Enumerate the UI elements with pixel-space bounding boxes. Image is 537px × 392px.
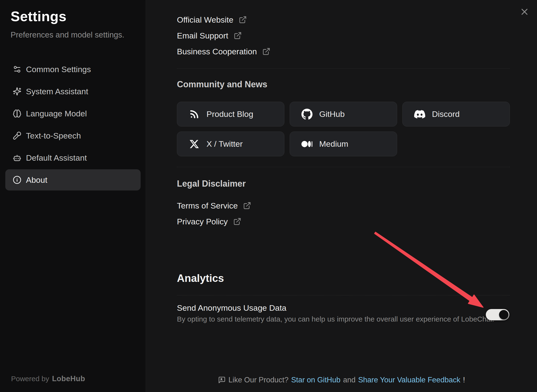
close-button[interactable] xyxy=(519,6,530,18)
link-label: Official Website xyxy=(177,15,233,25)
usage-data-toggle[interactable] xyxy=(486,309,509,320)
star-on-github-link[interactable]: Star on GitHub xyxy=(291,376,340,384)
privacy-policy-link[interactable]: Privacy Policy xyxy=(177,217,241,226)
toggle-knob xyxy=(499,310,508,319)
usage-data-description: By opting to send telemetry data, you ca… xyxy=(177,315,494,324)
external-link-icon xyxy=(262,47,270,56)
powered-by-text: Powered by xyxy=(11,375,49,383)
share-feedback-link[interactable]: Share Your Valuable Feedback xyxy=(358,376,460,384)
email-support-link[interactable]: Email Support xyxy=(177,31,242,40)
section-divider xyxy=(177,167,510,167)
external-link-icon xyxy=(243,202,251,210)
link-label: Email Support xyxy=(177,31,228,40)
sparkles-icon xyxy=(12,87,22,96)
about-panel: Contact Us Official Website Email Suppor… xyxy=(146,0,537,392)
button-label: GitHub xyxy=(319,109,345,119)
page-subtitle: Preferences and model settings. xyxy=(11,30,124,39)
footer-suffix: ! xyxy=(463,376,465,384)
section-divider xyxy=(177,295,510,295)
sidebar-item-label: Common Settings xyxy=(26,65,91,74)
link-label: Business Cooperation xyxy=(177,47,257,56)
x-twitter-icon xyxy=(189,139,200,150)
powered-by: Powered by LobeHub xyxy=(11,374,85,383)
sidebar-item-text-to-speech[interactable]: Text-to-Speech xyxy=(5,125,141,146)
external-link-icon xyxy=(239,16,247,24)
discord-icon xyxy=(414,109,425,120)
medium-button[interactable]: Medium xyxy=(290,132,397,156)
button-label: Product Blog xyxy=(206,109,253,119)
button-label: Discord xyxy=(432,109,460,119)
sidebar-item-about[interactable]: About xyxy=(5,169,141,190)
github-icon xyxy=(301,109,312,120)
button-label: X / Twitter xyxy=(206,139,243,149)
brand-logo: LobeHub xyxy=(52,374,85,383)
discord-button[interactable]: Discord xyxy=(402,102,510,126)
feedback-bubble-icon xyxy=(218,376,226,384)
footer-prefix: Like Our Product? xyxy=(228,376,288,384)
official-website-link[interactable]: Official Website xyxy=(177,15,247,25)
product-blog-button[interactable]: Product Blog xyxy=(177,102,284,126)
external-link-icon xyxy=(233,217,241,226)
community-heading: Community and News xyxy=(177,79,267,89)
sidebar-item-language-model[interactable]: Language Model xyxy=(5,103,141,124)
brain-icon xyxy=(12,109,22,118)
link-label: Privacy Policy xyxy=(177,217,228,226)
info-icon xyxy=(12,175,22,184)
link-label: Terms of Service xyxy=(177,201,238,210)
settings-modal: Settings Preferences and model settings.… xyxy=(0,0,537,392)
external-link-icon xyxy=(234,32,242,40)
sliders-icon xyxy=(12,65,22,74)
legal-heading: Legal Disclaimer xyxy=(177,179,246,189)
page-title: Settings xyxy=(11,8,67,24)
terms-of-service-link[interactable]: Terms of Service xyxy=(177,201,251,210)
contact-us-heading: Contact Us xyxy=(177,0,225,2)
usage-data-label: Send Anonymous Usage Data xyxy=(177,303,287,313)
footer-conjunction: and xyxy=(343,376,356,384)
mic-icon xyxy=(12,131,22,140)
section-divider xyxy=(177,68,510,69)
bot-icon xyxy=(12,153,22,162)
button-label: Medium xyxy=(319,139,348,149)
analytics-heading: Analytics xyxy=(177,272,224,284)
sidebar-item-label: System Assistant xyxy=(26,87,88,96)
sidebar-item-default-assistant[interactable]: Default Assistant xyxy=(5,147,141,168)
github-button[interactable]: GitHub xyxy=(290,102,397,126)
business-cooperation-link[interactable]: Business Cooperation xyxy=(177,47,270,56)
medium-icon xyxy=(301,139,312,150)
feedback-footer: Like Our Product? Star on GitHub and Sha… xyxy=(146,375,537,385)
sidebar-nav: Common Settings System Assistant Languag… xyxy=(0,59,146,191)
close-icon xyxy=(520,7,529,16)
sidebar-item-label: About xyxy=(26,175,47,185)
rss-icon xyxy=(189,109,200,120)
sidebar-item-label: Language Model xyxy=(26,109,87,118)
x-twitter-button[interactable]: X / Twitter xyxy=(177,132,284,156)
community-buttons: Product Blog GitHub Discord X / Twitter xyxy=(177,102,510,156)
sidebar-item-label: Text-to-Speech xyxy=(26,131,81,140)
settings-sidebar: Settings Preferences and model settings.… xyxy=(0,0,146,392)
sidebar-item-common-settings[interactable]: Common Settings xyxy=(5,59,141,80)
sidebar-item-system-assistant[interactable]: System Assistant xyxy=(5,81,141,102)
sidebar-item-label: Default Assistant xyxy=(26,153,87,163)
